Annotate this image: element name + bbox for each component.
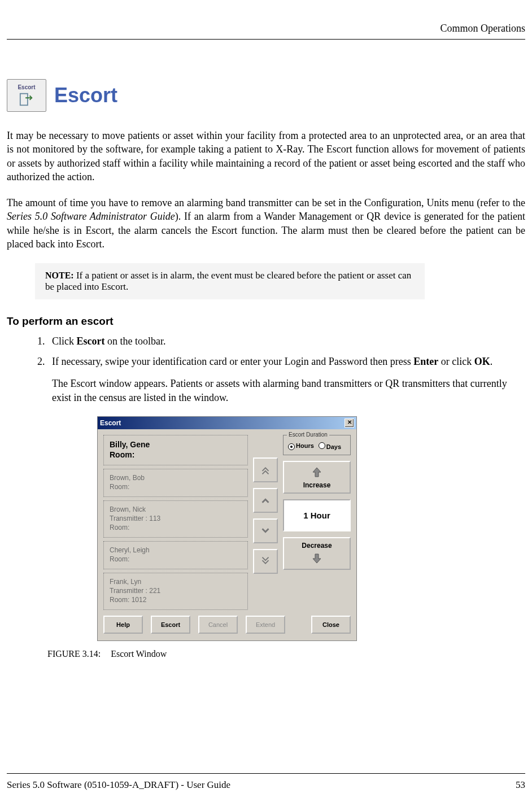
duration-display: 1 Hour: [283, 499, 351, 531]
list-item[interactable]: Brown, Bob Room:: [103, 469, 248, 497]
intro-paragraph-2: The amount of time you have to remove an…: [7, 196, 525, 251]
patient-room: Room: 1012: [110, 596, 242, 604]
help-button[interactable]: Help: [103, 616, 143, 634]
patient-room: Room:: [110, 483, 242, 491]
para2-part-a: The amount of time you have to remove an…: [7, 197, 525, 208]
radio-days-label: Days: [326, 443, 341, 450]
radio-hours[interactable]: Hours: [288, 442, 314, 450]
running-head: Common Operations: [7, 23, 525, 40]
patient-room: Room:: [110, 524, 242, 531]
patient-tx: Transmitter : 221: [110, 587, 242, 595]
escort-icon-label: Escort: [18, 84, 35, 90]
step1-a: Click: [52, 335, 77, 347]
step2-end: .: [490, 356, 493, 367]
escort-toolbar-icon: Escort: [7, 79, 46, 112]
patient-name: Brown, Bob: [110, 474, 242, 482]
dialog-title: Escort: [100, 419, 121, 427]
double-chevron-up-icon: [259, 464, 272, 476]
list-item[interactable]: Frank, Lyn Transmitter : 221 Room: 1012: [103, 573, 248, 610]
arrow-up-icon: [310, 465, 324, 479]
double-chevron-down-icon: [259, 555, 272, 568]
step-1: Click Escort on the toolbar.: [47, 334, 525, 348]
step1-bold: Escort: [77, 335, 105, 347]
svg-rect-0: [20, 93, 28, 105]
scroll-bottom-button[interactable]: [253, 549, 278, 574]
cancel-button[interactable]: Cancel: [198, 616, 238, 634]
patient-list: Billy, Gene Room: Brown, Bob Room: Brown…: [103, 435, 248, 610]
step-2: If necessary, swipe your identification …: [47, 355, 525, 406]
chevron-up-icon: [259, 494, 272, 507]
patient-tx: Transmitter : 113: [110, 515, 242, 522]
scroll-down-button[interactable]: [253, 518, 278, 543]
close-icon[interactable]: ✕: [345, 419, 354, 428]
note-text: If a patient or asset is in alarm, the e…: [45, 270, 411, 292]
escort-button[interactable]: Escort: [151, 616, 190, 634]
increase-button[interactable]: Increase: [283, 461, 351, 494]
list-item[interactable]: Cheryl, Leigh Room:: [103, 541, 248, 569]
close-button[interactable]: Close: [311, 616, 351, 634]
patient-name: Cheryl, Leigh: [110, 546, 242, 554]
note-label: NOTE:: [45, 271, 74, 280]
page-number: 53: [516, 779, 525, 791]
list-item[interactable]: Brown, Nick Transmitter : 113 Room:: [103, 500, 248, 538]
escort-dialog: Escort ✕ Billy, Gene Room: Brown, Bob Ro…: [97, 416, 357, 641]
escort-door-arrow-icon: [18, 91, 35, 107]
radio-hours-label: Hours: [296, 442, 314, 449]
decrease-button[interactable]: Decrease: [283, 537, 351, 570]
step2-bold2: OK: [474, 356, 490, 367]
chevron-down-icon: [259, 525, 272, 537]
section-title: Escort: [54, 84, 117, 107]
decrease-label: Decrease: [302, 542, 332, 550]
list-item[interactable]: Billy, Gene Room:: [103, 435, 248, 465]
patient-name: Brown, Nick: [110, 505, 242, 513]
intro-paragraph-1: It may be necessary to move patients or …: [7, 129, 525, 184]
step1-b: on the toolbar.: [104, 335, 165, 347]
patient-room: Room:: [110, 555, 242, 563]
procedure-subhead: To perform an escort: [7, 315, 525, 328]
extend-button[interactable]: Extend: [246, 616, 285, 634]
radio-days[interactable]: Days: [319, 442, 341, 450]
arrow-down-icon: [310, 552, 324, 565]
step2-a: If necessary, swipe your identification …: [52, 356, 413, 367]
patient-room: Room:: [110, 450, 242, 459]
step2-bold1: Enter: [413, 356, 438, 367]
step2-follow: The Escort window appears. Patients or a…: [52, 377, 525, 405]
increase-label: Increase: [303, 481, 331, 489]
escort-duration-fieldset: Escort Duration Hours Days: [283, 435, 351, 455]
patient-name: Frank, Lyn: [110, 578, 242, 586]
admin-guide-reference: Series 5.0 Software Administrator Guide: [7, 211, 175, 222]
scroll-top-button[interactable]: [253, 457, 278, 482]
figure-text: Escort Window: [111, 649, 167, 659]
patient-name: Billy, Gene: [110, 440, 242, 449]
figure-label: FIGURE 3.14:: [47, 649, 101, 659]
note-box: NOTE: If a patient or asset is in alarm,…: [35, 263, 425, 299]
duration-legend: Escort Duration: [287, 431, 329, 438]
figure-caption: FIGURE 3.14:Escort Window: [47, 649, 525, 659]
footer-left: Series 5.0 Software (0510-1059-A_DRAFT) …: [7, 779, 230, 791]
scroll-up-button[interactable]: [253, 488, 278, 513]
step2-mid: or click: [438, 356, 474, 367]
